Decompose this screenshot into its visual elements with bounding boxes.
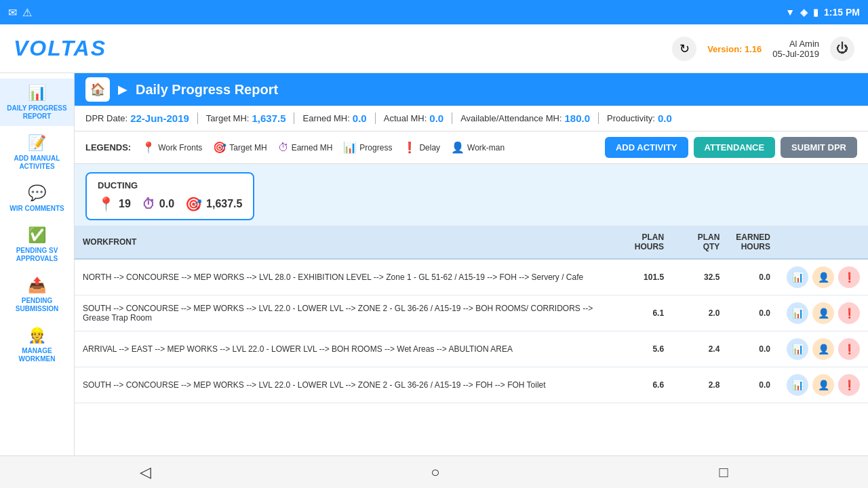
row-chart-button[interactable]: 📊 [787,266,808,288]
manage-workmen-icon: 👷 [28,327,46,344]
row-actions: 📊 👤 ❗ [787,266,860,288]
legend-work-fronts: 📍 Work Fronts [142,141,202,154]
submit-dpr-button[interactable]: SUBMIT DPR [781,137,857,158]
version-label: Version: 1.16 [707,44,762,54]
user-name: Al Amin [772,39,819,49]
row-chart-button[interactable]: 📊 [787,338,808,360]
page-title: Daily Progress Report [136,82,278,98]
productivity-label: Productivity: [607,113,655,123]
actual-mh-value: 0.0 [429,113,443,124]
available-mh-label: Available/Attendance MH: [460,113,561,123]
cell-plan-hours: 6.1 [627,296,672,331]
cell-workfront: NORTH --> CONCOURSE --> MEP WORKS --> LV… [75,259,627,296]
row-person-button[interactable]: 👤 [812,266,834,288]
row-person-button[interactable]: 👤 [812,302,834,324]
refresh-button[interactable]: ↻ [672,37,696,61]
card-target-mh-value: 0.0 [159,198,174,210]
sidebar-item-pending-submission[interactable]: 📤 PENDING SUBMISSION [0,271,74,319]
power-button[interactable]: ⏻ [830,37,854,61]
cell-actions: 📊 👤 ❗ [778,259,868,296]
wir-comments-icon: 💬 [28,184,46,202]
cell-plan-hours: 101.5 [627,259,672,296]
row-actions: 📊 👤 ❗ [787,374,860,396]
dpr-date-value: 22-Jun-2019 [130,113,189,124]
row-alert-button[interactable]: ❗ [838,374,860,396]
row-chart-button[interactable]: 📊 [787,374,808,396]
sidebar-item-manage-workmen[interactable]: 👷 MANAGE WORKMEN [0,321,74,369]
target-mh-label: Target MH: [206,113,250,123]
dpr-date-item: DPR Date: 22-Jun-2019 [85,113,198,124]
card-work-fronts-value: 19 [119,198,131,210]
home-nav-button[interactable]: ○ [414,458,456,487]
row-alert-button[interactable]: ❗ [838,266,860,288]
table-row: SOUTH --> CONCOURSE --> MEP WORKS --> LV… [75,367,868,403]
dpr-info-bar: DPR Date: 22-Jun-2019 Target MH: 1,637.5… [75,106,868,131]
header-right: ↻ Version: 1.16 Al Amin 05-Jul-2019 ⏻ [672,37,854,61]
header-plan-qty: PLAN QTY [672,226,728,259]
content-area: 🏠 ▶ Daily Progress Report DPR Date: 22-J… [75,73,868,455]
header-earned-hours: EARNEDHOURS [728,226,778,259]
legend-earned-mh: ⏱ Earned MH [278,142,333,154]
sidebar-label-add-manual: ADD MANUAL ACTIVITES [3,155,71,171]
main-layout: 📊 DAILY PROGRESS REPORT 📝 ADD MANUAL ACT… [0,73,868,455]
sidebar: 📊 DAILY PROGRESS REPORT 📝 ADD MANUAL ACT… [0,73,75,455]
sidebar-item-wir-comments[interactable]: 💬 WIR COMMENTS [0,179,74,218]
dpr-date-label: DPR Date: [85,113,127,123]
earned-mh-metric-icon: 🎯 [185,196,202,212]
recent-nav-button[interactable]: □ [703,458,745,487]
mail-icon: ✉ [8,6,17,19]
delay-legend-label: Delay [419,143,440,152]
cell-earned-hours: 0.0 [728,331,778,367]
row-actions: 📊 👤 ❗ [787,338,860,360]
breadcrumb-arrow: ▶ [118,82,127,97]
header-actions [778,226,868,259]
sidebar-label-wir-comments: WIR COMMENTS [9,205,64,213]
target-mh-legend-label: Target MH [229,143,267,152]
table-header-row: WORKFRONT PLANHOURS PLAN QTY EARNEDHOURS [75,226,868,259]
row-alert-button[interactable]: ❗ [838,338,860,360]
user-date: 05-Jul-2019 [772,49,819,59]
attendance-button[interactable]: ATTENDANCE [694,137,776,158]
row-person-button[interactable]: 👤 [812,338,834,360]
home-button[interactable]: 🏠 [85,77,110,102]
status-right: ▼ ◈ ▮ 1:15 PM [785,7,860,18]
pending-submission-icon: 📤 [28,277,46,294]
work-fronts-legend-icon: 📍 [142,141,155,154]
ducting-card[interactable]: DUCTING 📍 19 ⏱ 0.0 🎯 1,637.5 [85,172,254,220]
cell-actions: 📊 👤 ❗ [778,331,868,367]
progress-legend-icon: 📊 [343,141,357,154]
header-workfront: WORKFRONT [75,226,627,259]
earned-mh-legend-label: Earned MH [292,143,333,152]
pending-sv-icon: ✅ [28,226,46,244]
sidebar-label-daily-progress: DAILY PROGRESS REPORT [3,104,71,121]
cell-workfront: ARRIVAL --> EAST --> MEP WORKS --> LVL 2… [75,331,627,367]
cell-earned-hours: 0.0 [728,367,778,403]
header-plan-hours: PLANHOURS [627,226,672,259]
legends-bar: LEGENDS: 📍 Work Fronts 🎯 Target MH ⏱ Ear… [75,131,868,164]
table-row: SOUTH --> CONCOURSE --> MEP WORKS --> LV… [75,296,868,331]
card-earned-mh-value: 1,637.5 [206,198,242,210]
bottom-navigation: ◁ ○ □ [0,455,868,488]
available-mh-value: 180.0 [565,113,591,124]
work-fronts-legend-label: Work Fronts [158,143,202,152]
sidebar-item-pending-sv[interactable]: ✅ PENDING SV APPROVALS [0,221,74,268]
sidebar-item-daily-progress[interactable]: 📊 DAILY PROGRESS REPORT [0,79,74,126]
delay-legend-icon: ❗ [403,141,416,154]
progress-legend-label: Progress [359,143,392,152]
app-header: VOLTAS ↻ Version: 1.16 Al Amin 05-Jul-20… [0,24,868,73]
time-display: 1:15 PM [824,7,860,18]
back-nav-button[interactable]: ◁ [123,458,167,487]
sidebar-item-add-manual[interactable]: 📝 ADD MANUAL ACTIVITES [0,129,74,176]
row-alert-button[interactable]: ❗ [838,302,860,324]
row-chart-button[interactable]: 📊 [787,302,808,324]
cell-earned-hours: 0.0 [728,296,778,331]
cards-section: DUCTING 📍 19 ⏱ 0.0 🎯 1,637.5 [75,164,868,226]
add-activity-button[interactable]: ADD ACTIVITY [605,137,688,158]
card-metrics: 📍 19 ⏱ 0.0 🎯 1,637.5 [98,196,242,212]
row-actions: 📊 👤 ❗ [787,302,860,324]
row-person-button[interactable]: 👤 [812,374,834,396]
app-logo: VOLTAS [14,36,106,61]
cell-actions: 📊 👤 ❗ [778,296,868,331]
cell-earned-hours: 0.0 [728,259,778,296]
card-title: DUCTING [98,180,242,190]
